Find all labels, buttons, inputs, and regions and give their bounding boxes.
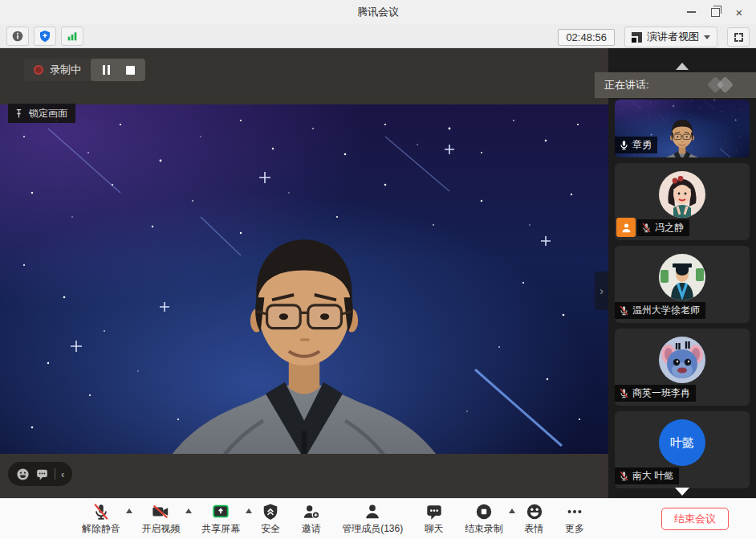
- participant-tile[interactable]: 章勇: [615, 100, 750, 157]
- fullscreen-button[interactable]: [727, 27, 750, 47]
- pause-icon: [103, 65, 110, 75]
- unmute-button[interactable]: 解除静音: [80, 502, 122, 536]
- minimize-button[interactable]: [679, 0, 703, 24]
- avatar: 叶懿: [659, 419, 705, 466]
- share-screen-icon: [211, 503, 230, 521]
- network-status-button[interactable]: [61, 27, 83, 46]
- invite-user-icon: [302, 503, 320, 521]
- main-stage: 录制中 锁定画面: [0, 48, 608, 498]
- titlebar: 腾讯会议 ×: [0, 0, 756, 24]
- divider: [55, 468, 55, 480]
- speaker-video-frame: [0, 104, 608, 454]
- more-button[interactable]: 更多: [563, 502, 586, 536]
- emoji-button[interactable]: 表情: [523, 502, 546, 536]
- pin-icon: [14, 108, 24, 119]
- mic-muted-icon: [92, 503, 110, 521]
- pause-recording-button[interactable]: [96, 61, 116, 79]
- collapse-left-icon[interactable]: ‹: [61, 469, 64, 480]
- top-toolbar: 02:48:56 演讲者视图: [0, 24, 756, 48]
- stop-icon: [126, 66, 135, 75]
- network-signal-icon: [66, 30, 79, 43]
- scroll-up-icon[interactable]: [676, 63, 689, 70]
- avatar: [659, 171, 705, 218]
- layout-icon: [632, 32, 642, 43]
- record-dot-icon: [34, 65, 43, 75]
- shield-protect-icon: [39, 30, 51, 43]
- pinned-view-badge[interactable]: 锁定画面: [8, 104, 75, 123]
- participant-tile[interactable]: 温州大学徐老师: [615, 246, 750, 323]
- scroll-down-icon[interactable]: [675, 488, 689, 496]
- pin-label: 锁定画面: [29, 107, 67, 120]
- meeting-info-button[interactable]: [6, 27, 29, 46]
- participant-name: 南大 叶懿: [632, 469, 673, 483]
- meeting-timer: 02:48:56: [558, 29, 615, 46]
- view-mode-dropdown[interactable]: 演讲者视图: [624, 27, 717, 47]
- chat-button[interactable]: 聊天: [423, 502, 445, 536]
- stop-recording-button[interactable]: [120, 61, 140, 79]
- chevron-up-icon[interactable]: [509, 508, 515, 513]
- participant-name: 商英一班李冉: [632, 386, 690, 400]
- camera-off-icon: [151, 503, 170, 521]
- mic-on-icon: [619, 140, 629, 150]
- caption-chat-icon[interactable]: [35, 468, 49, 481]
- view-mode-label: 演讲者视图: [647, 30, 699, 44]
- participant-tile[interactable]: 叶懿 南大 叶懿: [615, 411, 750, 488]
- speaking-now-bar: 正在讲话:: [595, 72, 756, 98]
- share-screen-button[interactable]: 共享屏幕: [200, 502, 242, 536]
- recording-indicator: 录制中: [24, 59, 145, 81]
- close-button[interactable]: ×: [727, 0, 751, 24]
- restore-button[interactable]: [703, 0, 727, 24]
- speaking-label: 正在讲话:: [595, 78, 706, 92]
- mic-muted-icon: [619, 471, 629, 481]
- recording-label: 录制中: [50, 63, 81, 77]
- info-icon: [11, 30, 24, 43]
- more-dots-icon: [565, 503, 584, 521]
- meeting-logo-icon: [706, 76, 743, 94]
- chevron-up-icon[interactable]: [185, 508, 192, 513]
- mic-muted-icon: [641, 223, 652, 233]
- avatar: [659, 254, 705, 300]
- reaction-quickbar: ‹: [8, 462, 72, 486]
- bottom-toolbar: 解除静音 开启视频: [0, 498, 756, 539]
- participant-tile[interactable]: 冯之静: [615, 163, 750, 240]
- emoji-smiley-icon: [526, 503, 543, 521]
- start-video-button[interactable]: 开启视频: [140, 502, 181, 536]
- stop-record-button[interactable]: 结束录制: [463, 502, 505, 536]
- chevron-up-icon[interactable]: [246, 508, 252, 513]
- avatar: [659, 337, 705, 383]
- mic-muted-icon: [619, 388, 629, 398]
- participants-sidebar: 正在讲话: 章勇: [608, 48, 756, 498]
- participant-name: 章勇: [632, 138, 652, 152]
- speaker-video: [0, 104, 608, 454]
- end-meeting-button[interactable]: 结束会议: [661, 508, 729, 530]
- chevron-up-icon[interactable]: [126, 508, 132, 513]
- sidebar-collapse-handle[interactable]: ›: [595, 272, 608, 310]
- host-badge-icon: [616, 218, 636, 237]
- window-title: 腾讯会议: [0, 0, 756, 24]
- participant-name: 温州大学徐老师: [632, 304, 700, 317]
- members-icon: [364, 503, 381, 521]
- security-button[interactable]: 安全: [259, 502, 282, 536]
- fullscreen-icon: [734, 33, 743, 42]
- chat-bubble-icon: [425, 503, 443, 521]
- security-shield-icon: [262, 503, 279, 521]
- tencent-meeting-window: 腾讯会议 ×: [0, 0, 756, 539]
- mic-muted-icon: [619, 305, 629, 316]
- participant-tile[interactable]: 商英一班李冉: [615, 329, 750, 406]
- stop-record-icon: [475, 503, 493, 521]
- manage-members-button[interactable]: 管理成员(136): [340, 502, 404, 536]
- meeting-protect-button[interactable]: [34, 27, 56, 46]
- invite-button[interactable]: 邀请: [300, 502, 323, 536]
- emoji-icon[interactable]: [16, 468, 30, 481]
- participant-name: 冯之静: [655, 221, 684, 235]
- chevron-down-icon: [704, 35, 710, 39]
